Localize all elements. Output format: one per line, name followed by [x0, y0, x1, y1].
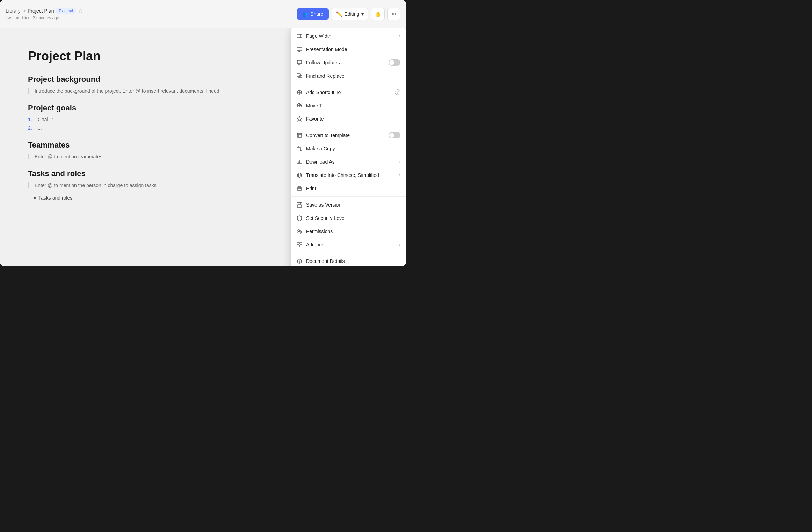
menu-label: Presentation Mode [306, 46, 347, 52]
convert-template-icon [296, 132, 303, 138]
favorite-icon [296, 116, 303, 122]
main-content: Project Plan Project background Introduc… [0, 28, 406, 266]
breadcrumb-separator: > [23, 8, 26, 14]
menu-label: Print [306, 186, 316, 191]
more-options-button[interactable]: ••• [387, 8, 400, 20]
chevron-right-icon: › [399, 173, 400, 178]
menu-label: Add-ons [306, 242, 324, 247]
chevron-right-icon: › [399, 242, 400, 247]
share-button[interactable]: 👥 Share [297, 8, 329, 20]
menu-label: Page Width [306, 33, 331, 39]
menu-item-move-to[interactable]: Move To [291, 99, 406, 112]
chevron-down-icon: ▾ [361, 11, 364, 17]
editing-button[interactable]: ✏️ Editing ▾ [332, 8, 368, 20]
menu-label: Translate Into Chinese, Simplified [306, 172, 379, 178]
svg-rect-36 [297, 245, 299, 247]
menu-item-right: › [399, 173, 400, 178]
add-shortcut-icon [296, 89, 303, 95]
svg-rect-35 [300, 242, 302, 244]
menu-item-page-width[interactable]: Page Width › [291, 29, 406, 43]
menu-item-favorite[interactable]: Favorite [291, 112, 406, 125]
editing-label: Editing [344, 11, 359, 17]
translate-icon [296, 172, 303, 178]
bell-icon: 🔔 [375, 11, 381, 17]
menu-item-left: Translate Into Chinese, Simplified [296, 172, 379, 178]
svg-point-29 [300, 231, 302, 233]
menu-item-left: Presentation Mode [296, 46, 347, 52]
menu-label: Move To [306, 103, 325, 108]
page-width-icon [296, 33, 303, 39]
menu-label: Follow Updates [306, 60, 340, 65]
menu-item-right [389, 59, 400, 66]
menu-label: Document Details [306, 258, 345, 264]
menu-item-left: Convert to Template [296, 132, 350, 138]
menu-item-left: Add-ons [296, 242, 324, 248]
breadcrumb-library[interactable]: Library [6, 8, 21, 14]
chevron-right-icon: › [399, 159, 400, 164]
menu-divider [291, 84, 406, 84]
menu-item-left: Move To [296, 102, 325, 109]
share-label: Share [310, 11, 323, 17]
menu-label: Favorite [306, 116, 324, 122]
download-icon [296, 159, 303, 165]
list-num: 1. [28, 117, 35, 122]
svg-rect-23 [298, 189, 301, 191]
menu-item-right: ? [395, 89, 400, 95]
external-badge: External [56, 8, 75, 14]
menu-label: Convert to Template [306, 132, 350, 138]
svg-rect-19 [297, 147, 300, 151]
menu-item-convert-template[interactable]: Convert to Template [291, 129, 406, 142]
more-icon: ••• [391, 11, 397, 17]
make-copy-icon [296, 145, 303, 152]
menu-item-right: › [399, 229, 400, 234]
svg-rect-26 [298, 202, 301, 204]
menu-item-security[interactable]: Set Security Level [291, 211, 406, 225]
header-right: 👥 Share ✏️ Editing ▾ 🔔 ••• [297, 8, 400, 20]
menu-item-translate[interactable]: Translate Into Chinese, Simplified › [291, 168, 406, 182]
svg-rect-3 [297, 47, 302, 51]
notification-button[interactable]: 🔔 [371, 8, 385, 20]
menu-label: Download As [306, 159, 335, 165]
convert-template-toggle[interactable] [389, 132, 400, 138]
last-modified-label: Last modified: 2 minutes ago [6, 15, 83, 20]
menu-item-print[interactable]: Print [291, 182, 406, 195]
menu-item-save-version[interactable]: Save as Version [291, 198, 406, 211]
share-icon: 👥 [302, 11, 308, 17]
favorite-star-icon[interactable]: ☆ [78, 7, 83, 14]
breadcrumb-current[interactable]: Project Plan [28, 8, 54, 14]
svg-rect-34 [297, 242, 299, 244]
menu-item-right: › [399, 242, 400, 247]
svg-rect-6 [297, 60, 302, 64]
list-item-text: Tasks and roles [38, 195, 72, 201]
security-icon [296, 215, 303, 221]
menu-label: Add Shortcut To [306, 89, 341, 95]
chevron-right-icon: › [399, 229, 400, 234]
menu-item-left: Save as Version [296, 202, 341, 208]
menu-item-make-copy[interactable]: Make a Copy [291, 142, 406, 155]
save-version-icon [296, 202, 303, 208]
menu-item-permissions[interactable]: Permissions › [291, 225, 406, 238]
menu-item-left: Print [296, 185, 316, 192]
menu-label: Set Security Level [306, 215, 346, 221]
menu-item-right: › [399, 159, 400, 164]
svg-point-28 [298, 230, 300, 232]
menu-item-left: Find and Replace [296, 73, 345, 79]
menu-item-download-as[interactable]: Download As › [291, 155, 406, 168]
follow-updates-icon [296, 59, 303, 66]
menu-label: Make a Copy [306, 146, 335, 151]
menu-item-left: Document Details [296, 258, 345, 264]
doc-details-icon [296, 258, 303, 264]
bullet-icon [34, 197, 36, 199]
menu-item-find-replace[interactable]: Find and Replace [291, 69, 406, 82]
menu-item-addons[interactable]: Add-ons › [291, 238, 406, 251]
follow-updates-toggle[interactable] [389, 59, 400, 66]
menu-item-add-shortcut[interactable]: Add Shortcut To ? [291, 86, 406, 99]
menu-item-left: Download As [296, 159, 335, 165]
menu-item-follow-updates[interactable]: Follow Updates [291, 56, 406, 69]
menu-item-presentation[interactable]: Presentation Mode [291, 43, 406, 56]
breadcrumb: Library > Project Plan External ☆ [6, 7, 83, 14]
menu-item-right: › [399, 34, 400, 38]
menu-item-left: Favorite [296, 116, 324, 122]
menu-item-doc-details[interactable]: Document Details [291, 254, 406, 266]
header: Library > Project Plan External ☆ Last m… [0, 0, 406, 28]
